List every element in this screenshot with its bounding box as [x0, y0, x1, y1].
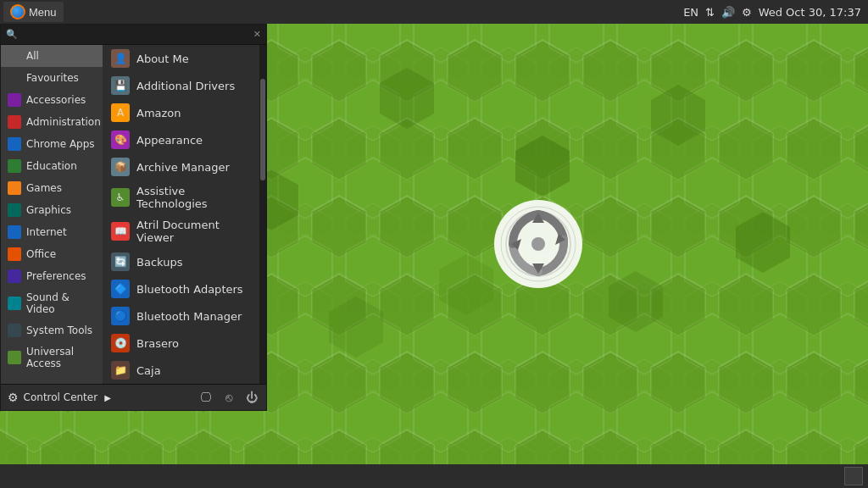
category-item-chrome-apps[interactable]: Chrome Apps	[1, 133, 103, 155]
taskbar-left: Menu	[0, 2, 64, 22]
desktop: Menu EN ⇅ 🔊 ⚙ Wed Oct 30, 17:37 🔍 ✕ AllF…	[0, 0, 868, 488]
app-item-caja[interactable]: 📁Caja	[103, 357, 259, 384]
category-icon-education	[8, 159, 21, 173]
app-item-atril-document-viewer[interactable]: 📖Atril Document Viewer	[103, 214, 259, 248]
app-icon-about-me: 👤	[111, 49, 130, 68]
scroll-track	[259, 45, 266, 384]
app-icon-bluetooth-adapters: 🔷	[111, 280, 130, 298]
category-icon-accessories	[8, 93, 21, 107]
menu-columns: AllFavouritesAccessoriesAdministrationCh…	[1, 45, 266, 384]
menu-label: Menu	[29, 6, 57, 19]
app-label-backups: Backups	[136, 256, 182, 269]
app-label-atril-document-viewer: Atril Document Viewer	[136, 219, 251, 244]
app-label-caja: Caja	[136, 364, 161, 377]
network-icon[interactable]: ⇅	[705, 6, 715, 19]
app-item-assistive-technologies[interactable]: ♿Assistive Technologies	[103, 180, 259, 214]
control-center-item[interactable]: ⚙ Control Center ▶	[8, 391, 190, 404]
search-input[interactable]	[21, 28, 250, 41]
category-icon-administration	[8, 115, 21, 129]
app-item-archive-manager[interactable]: 📦Archive Manager	[103, 153, 259, 180]
category-label-office: Office	[26, 248, 56, 260]
category-icon-graphics	[8, 203, 21, 217]
category-item-universal-access[interactable]: Universal Access	[1, 341, 103, 374]
category-item-accessories[interactable]: Accessories	[1, 89, 103, 111]
category-label-games: Games	[26, 182, 62, 194]
app-label-assistive-technologies: Assistive Technologies	[136, 185, 251, 210]
app-label-appearance: Appearance	[136, 134, 203, 147]
category-item-games[interactable]: Games	[1, 177, 103, 199]
category-label-universal-access: Universal Access	[26, 346, 96, 369]
category-icon-office	[8, 247, 21, 261]
ubuntu-logo	[492, 197, 585, 291]
svg-point-20	[531, 237, 545, 251]
language-indicator[interactable]: EN	[683, 6, 698, 19]
app-item-bluetooth-manager[interactable]: 🔵Bluetooth Manager	[103, 302, 259, 330]
category-label-all: All	[26, 50, 39, 62]
app-label-archive-manager: Archive Manager	[136, 161, 230, 174]
app-item-backups[interactable]: 🔄Backups	[103, 248, 259, 275]
menu-button[interactable]: Menu	[3, 2, 64, 22]
volume-icon[interactable]: 🔊	[721, 6, 735, 19]
category-icon-chrome-apps	[8, 137, 21, 151]
lock-screen-button[interactable]: 🖵	[198, 389, 214, 406]
taskbar: Menu EN ⇅ 🔊 ⚙ Wed Oct 30, 17:37	[0, 0, 868, 24]
bottom-panel	[0, 464, 868, 488]
app-item-additional-drivers[interactable]: 💾Additional Drivers	[103, 72, 259, 99]
menu-bottom: ⚙ Control Center ▶ 🖵 ⎋ ⏻	[1, 384, 266, 410]
apps-scrollbar[interactable]	[259, 45, 266, 384]
category-item-office[interactable]: Office	[1, 243, 103, 265]
control-center-icon: ⚙	[8, 391, 19, 404]
categories-panel: AllFavouritesAccessoriesAdministrationCh…	[1, 45, 103, 384]
app-icon-brasero: 💿	[111, 334, 130, 352]
category-item-all[interactable]: All	[1, 45, 103, 67]
category-item-internet[interactable]: Internet	[1, 221, 103, 243]
panel-applet[interactable]	[844, 467, 863, 485]
app-item-bluetooth-adapters[interactable]: 🔷Bluetooth Adapters	[103, 275, 259, 302]
category-icon-games	[8, 181, 21, 195]
category-icon-favourites	[8, 71, 21, 85]
category-icon-preferences	[8, 269, 21, 283]
app-item-brasero[interactable]: 💿Brasero	[103, 330, 259, 357]
category-icon-internet	[8, 225, 21, 239]
app-icon-appearance: 🎨	[111, 130, 130, 149]
category-item-preferences[interactable]: Preferences	[1, 265, 103, 287]
category-item-administration[interactable]: Administration	[1, 111, 103, 133]
app-label-amazon: Amazon	[136, 107, 181, 119]
app-icon-assistive-technologies: ♿	[111, 188, 130, 207]
app-item-about-me[interactable]: 👤About Me	[103, 45, 259, 72]
category-label-graphics: Graphics	[26, 204, 71, 216]
category-label-chrome-apps: Chrome Apps	[26, 138, 95, 150]
category-item-system-tools[interactable]: System Tools	[1, 319, 103, 341]
category-icon-system-tools	[8, 324, 21, 337]
category-label-education: Education	[26, 160, 77, 172]
category-item-graphics[interactable]: Graphics	[1, 199, 103, 221]
app-item-amazon[interactable]: AAmazon	[103, 99, 259, 126]
app-label-additional-drivers: Additional Drivers	[136, 80, 235, 92]
category-item-education[interactable]: Education	[1, 155, 103, 177]
category-icon-all	[8, 49, 21, 63]
control-center-label: Control Center	[24, 391, 98, 403]
category-item-sound-video[interactable]: Sound & Video	[1, 287, 103, 319]
category-label-preferences: Preferences	[26, 270, 86, 282]
category-item-favourites[interactable]: Favourites	[1, 67, 103, 89]
app-icon-atril-document-viewer: 📖	[111, 222, 130, 241]
app-icon-backups: 🔄	[111, 252, 130, 271]
category-label-administration: Administration	[26, 116, 101, 128]
app-item-appearance[interactable]: 🎨Appearance	[103, 126, 259, 153]
app-icon-archive-manager: 📦	[111, 158, 130, 176]
datetime[interactable]: Wed Oct 30, 17:37	[759, 6, 861, 19]
search-clear-icon[interactable]: ✕	[253, 29, 261, 40]
shutdown-button[interactable]: ⏻	[244, 389, 259, 406]
apps-list: 👤About Me💾Additional DriversAAmazon🎨Appe…	[103, 45, 259, 384]
app-icon-additional-drivers: 💾	[111, 76, 130, 95]
bottom-actions: 🖵 ⎋ ⏻	[198, 389, 259, 406]
app-icon-amazon: A	[111, 103, 130, 122]
category-label-internet: Internet	[26, 226, 67, 238]
category-icon-universal-access	[8, 351, 21, 364]
settings-icon[interactable]: ⚙	[742, 6, 752, 19]
category-icon-sound-video	[8, 297, 21, 310]
app-label-brasero: Brasero	[136, 337, 179, 350]
app-icon-caja: 📁	[111, 361, 130, 380]
control-center-arrow: ▶	[104, 393, 111, 402]
logout-button[interactable]: ⎋	[224, 389, 234, 406]
